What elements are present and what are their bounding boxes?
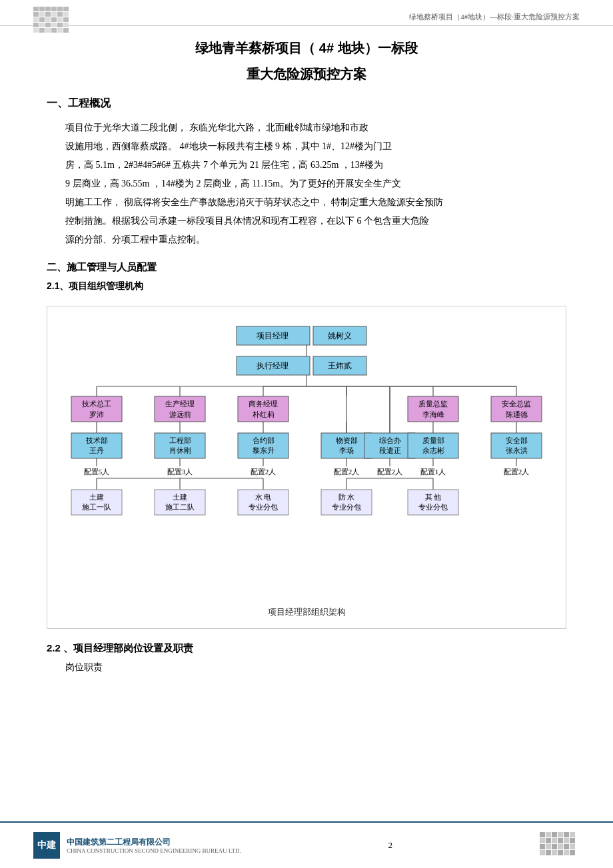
svg-text:配置2人: 配置2人 bbox=[251, 468, 277, 476]
svg-text:专业分包: 专业分包 bbox=[249, 503, 278, 511]
svg-text:安全总监: 安全总监 bbox=[502, 400, 531, 408]
svg-text:专业分包: 专业分包 bbox=[418, 503, 448, 511]
svg-text:其 他: 其 他 bbox=[425, 493, 442, 501]
svg-text:段遣正: 段遣正 bbox=[379, 446, 401, 454]
org-chart-svg: 项目经理 姚树义 执行经理 王炜贰 技术总工 罗沛 bbox=[57, 320, 556, 600]
svg-text:项目经理: 项目经理 bbox=[257, 331, 289, 340]
svg-text:王丹: 王丹 bbox=[89, 446, 104, 454]
svg-text:配置5人: 配置5人 bbox=[84, 468, 110, 476]
svg-text:肖休刚: 肖休刚 bbox=[169, 446, 191, 454]
main-content: 绿地青羊蔡桥项目（ 4# 地块）一标段 重大危险源预控方案 一、工程概况 项目位… bbox=[0, 33, 613, 733]
svg-text:游远前: 游远前 bbox=[169, 410, 191, 418]
svg-text:中建: 中建 bbox=[37, 839, 56, 850]
svg-text:防 水: 防 水 bbox=[338, 493, 355, 501]
svg-text:配置1人: 配置1人 bbox=[420, 468, 446, 476]
svg-text:配置2人: 配置2人 bbox=[504, 468, 530, 476]
svg-text:综合办: 综合办 bbox=[379, 436, 401, 444]
doc-title-2: 重大危险源预控方案 bbox=[47, 65, 566, 83]
svg-text:配置2人: 配置2人 bbox=[377, 468, 403, 476]
section2-heading: 二、施工管理与人员配置 bbox=[47, 261, 566, 274]
page: 绿地蔡桥项目（4#地块）—标段·重大危险源预控方案 绿地青羊蔡桥项目（ 4# 地… bbox=[0, 0, 613, 868]
svg-text:余志彬: 余志彬 bbox=[422, 446, 444, 454]
para3: 房，高 5.1m，2#3#4#5#6# 五栋共 7 个单元为 21 层住宅，高 … bbox=[47, 156, 566, 175]
svg-text:姚树义: 姚树义 bbox=[328, 331, 352, 340]
svg-text:技术部: 技术部 bbox=[85, 436, 108, 444]
para1: 项目位于光华大道二段北侧， 东临光华北六路， 北面毗邻城市绿地和市政 bbox=[47, 119, 566, 137]
para4: 9 层商业，高 36.55m ，14#楼为 2 层商业，高 11.15m。为了更… bbox=[47, 175, 566, 193]
sub1-heading: 2.1、项目组织管理机构 bbox=[47, 280, 566, 292]
svg-text:专业分包: 专业分包 bbox=[332, 503, 361, 511]
para7: 源的分部、分项工程中重点控制。 bbox=[47, 230, 566, 249]
svg-text:罗沛: 罗沛 bbox=[89, 410, 104, 418]
svg-text:李海峰: 李海峰 bbox=[422, 410, 444, 418]
svg-text:陈通德: 陈通德 bbox=[506, 410, 528, 418]
svg-text:技术总工: 技术总工 bbox=[81, 400, 111, 408]
svg-text:质量部: 质量部 bbox=[422, 436, 444, 444]
svg-text:生产经理: 生产经理 bbox=[165, 400, 195, 408]
svg-text:施工二队: 施工二队 bbox=[165, 503, 195, 511]
sub2-heading: 2.2 、项目经理部岗位设置及职责 bbox=[47, 642, 566, 655]
para5: 明施工工作， 彻底得将安全生产事故隐患消灭于萌芽状态之中， 特制定重大危险源安全… bbox=[47, 193, 566, 212]
svg-text:物资部: 物资部 bbox=[336, 436, 358, 444]
svg-text:王炜贰: 王炜贰 bbox=[328, 361, 352, 370]
svg-text:质量总监: 质量总监 bbox=[418, 400, 448, 408]
footer-logo-box: 中建 bbox=[33, 832, 60, 859]
footer-company-info: 中国建筑第二工程局有限公司 CHINA CONSTRUCTION SECOND … bbox=[67, 837, 241, 855]
footer-logo-area: 中建 中国建筑第二工程局有限公司 CHINA CONSTRUCTION SECO… bbox=[33, 832, 241, 859]
svg-text:商务经理: 商务经理 bbox=[249, 400, 278, 408]
header-logo bbox=[33, 7, 73, 40]
para2: 设施用地，西侧靠蔡成路。 4#地块一标段共有主楼 9 栋，其中 1#、12#楼为… bbox=[47, 137, 566, 156]
svg-text:水 电: 水 电 bbox=[255, 493, 272, 501]
header: 绿地蔡桥项目（4#地块）—标段·重大危险源预控方案 bbox=[0, 0, 613, 26]
svg-text:施工一队: 施工一队 bbox=[82, 503, 111, 511]
org-chart-caption: 项目经理部组织架构 bbox=[54, 606, 559, 618]
sub2-sub: 岗位职责 bbox=[47, 661, 566, 673]
svg-text:合约部: 合约部 bbox=[253, 436, 275, 444]
svg-text:配置3人: 配置3人 bbox=[167, 468, 193, 476]
svg-text:配置2人: 配置2人 bbox=[334, 468, 360, 476]
svg-text:安全部: 安全部 bbox=[506, 436, 528, 444]
svg-text:执行经理: 执行经理 bbox=[257, 361, 289, 370]
footer-company-en: CHINA CONSTRUCTION SECOND ENGINEERING BU… bbox=[67, 847, 241, 854]
svg-text:工程部: 工程部 bbox=[169, 436, 191, 444]
svg-text:李场: 李场 bbox=[339, 446, 354, 454]
doc-title-1: 绿地青羊蔡桥项目（ 4# 地块）一标段 bbox=[47, 39, 566, 57]
svg-text:张永洪: 张永洪 bbox=[506, 446, 528, 454]
section1-heading: 一、工程概况 bbox=[47, 97, 566, 111]
svg-text:朴红莉: 朴红莉 bbox=[252, 410, 275, 418]
svg-text:土建: 土建 bbox=[173, 493, 187, 501]
footer: 中建 中国建筑第二工程局有限公司 CHINA CONSTRUCTION SECO… bbox=[0, 821, 613, 868]
footer-page: 2 bbox=[388, 840, 393, 851]
org-chart-container: 项目经理 姚树义 执行经理 王炜贰 技术总工 罗沛 bbox=[47, 306, 566, 629]
footer-company-name: 中国建筑第二工程局有限公司 bbox=[67, 837, 241, 848]
svg-text:黎东升: 黎东升 bbox=[253, 446, 275, 454]
footer-right-logo bbox=[540, 832, 580, 859]
header-title: 绿地蔡桥项目（4#地块）—标段·重大危险源预控方案 bbox=[409, 12, 580, 22]
para6: 控制措施。根据我公司承建一标段项目具体情况和现有工程容，在以下 6 个包含重大危… bbox=[47, 212, 566, 230]
svg-text:土建: 土建 bbox=[89, 493, 104, 501]
